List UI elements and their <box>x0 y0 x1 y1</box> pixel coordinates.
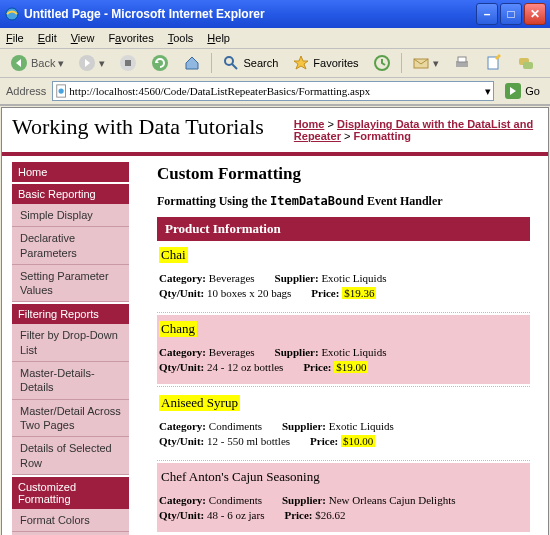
maximize-button[interactable]: □ <box>500 3 522 25</box>
svg-rect-11 <box>458 57 466 62</box>
star-icon <box>292 54 310 72</box>
address-bar: Address ▾ Go <box>0 78 550 106</box>
refresh-icon <box>151 54 169 72</box>
svg-point-6 <box>225 57 233 65</box>
back-label: Back <box>31 57 55 69</box>
divider <box>157 460 530 461</box>
stop-icon <box>119 54 137 72</box>
svg-line-7 <box>232 64 237 69</box>
favorites-button[interactable]: Favorites <box>288 52 362 74</box>
product-name: Chef Anton's Cajun Seasoning <box>159 469 322 485</box>
search-label: Search <box>243 57 278 69</box>
address-box[interactable]: ▾ <box>52 81 494 101</box>
svg-rect-14 <box>523 62 533 69</box>
home-button[interactable] <box>179 52 205 74</box>
section-title: Product Information <box>157 217 530 241</box>
refresh-button[interactable] <box>147 52 173 74</box>
toolbar-separator <box>211 53 212 73</box>
menu-view[interactable]: View <box>71 32 95 44</box>
toolbar-separator <box>401 53 402 73</box>
mail-button[interactable]: ▾ <box>408 52 443 74</box>
go-button[interactable]: Go <box>500 81 544 101</box>
product-name: Chai <box>159 247 188 263</box>
svg-point-16 <box>59 88 64 93</box>
ie-icon <box>4 6 20 22</box>
svg-rect-4 <box>125 60 131 66</box>
mail-icon <box>412 54 430 72</box>
sidebar-item[interactable]: Filter by Drop-Down List <box>12 324 129 362</box>
chevron-down-icon: ▾ <box>433 57 439 70</box>
address-input[interactable] <box>69 85 485 97</box>
product-meta-row: Category: CondimentsSupplier: Exotic Liq… <box>159 420 528 432</box>
home-icon <box>183 54 201 72</box>
back-icon <box>10 54 28 72</box>
breadcrumb-home[interactable]: Home <box>294 118 325 130</box>
sidebar-category[interactable]: Filtering Reports <box>12 304 129 324</box>
sidebar-item[interactable]: Format Colors <box>12 509 129 532</box>
sidebar-item[interactable]: Details of Selected Row <box>12 437 129 475</box>
breadcrumb: Home > Displaying Data with the DataList… <box>264 114 538 142</box>
product-item: ChangCategory: BeveragesSupplier: Exotic… <box>157 315 530 384</box>
sidebar-category[interactable]: Basic Reporting <box>12 184 129 204</box>
print-button[interactable] <box>449 52 475 74</box>
sidebar-category[interactable]: Home <box>12 162 129 182</box>
menu-favorites[interactable]: Favorites <box>108 32 153 44</box>
menu-edit[interactable]: Edit <box>38 32 57 44</box>
sidebar: HomeBasic ReportingSimple DisplayDeclara… <box>2 156 137 535</box>
window-title: Untitled Page - Microsoft Internet Explo… <box>24 7 476 21</box>
product-meta-row: Category: BeveragesSupplier: Exotic Liqu… <box>159 346 528 358</box>
sidebar-item[interactable]: Setting Parameter Values <box>12 265 129 303</box>
divider <box>157 312 530 313</box>
menu-help[interactable]: Help <box>207 32 230 44</box>
forward-icon <box>78 54 96 72</box>
page-icon <box>55 84 69 98</box>
chevron-down-icon: ▾ <box>58 57 64 70</box>
page-heading: Custom Formatting <box>157 164 530 184</box>
page-header: Working with Data Tutorials Home > Displ… <box>2 108 548 156</box>
minimize-button[interactable]: – <box>476 3 498 25</box>
stop-button[interactable] <box>115 52 141 74</box>
chevron-down-icon[interactable]: ▾ <box>485 85 491 98</box>
product-price-row: Qty/Unit: 48 - 6 oz jarsPrice: $26.62 <box>159 509 528 521</box>
breadcrumb-current: Formatting <box>353 130 410 142</box>
product-name: Chang <box>159 321 197 337</box>
search-button[interactable]: Search <box>218 52 282 74</box>
go-icon <box>504 82 522 100</box>
sidebar-category[interactable]: Customized Formatting <box>12 477 129 509</box>
product-item: Chef Anton's Cajun SeasoningCategory: Co… <box>157 463 530 532</box>
address-label: Address <box>6 85 46 97</box>
sidebar-item[interactable]: Declarative Parameters <box>12 227 129 265</box>
site-title: Working with Data Tutorials <box>12 114 264 140</box>
product-name: Aniseed Syrup <box>159 395 240 411</box>
sidebar-item[interactable]: Master/Detail Across Two Pages <box>12 400 129 438</box>
main-content: Custom Formatting Formatting Using the I… <box>137 156 548 535</box>
sidebar-item[interactable]: Simple Display <box>12 204 129 227</box>
chevron-down-icon: ▾ <box>99 57 105 70</box>
divider <box>157 386 530 387</box>
go-label: Go <box>525 85 540 97</box>
product-item: Aniseed SyrupCategory: CondimentsSupplie… <box>157 389 530 458</box>
history-icon <box>373 54 391 72</box>
product-price-row: Qty/Unit: 10 boxes x 20 bagsPrice: $19.3… <box>159 287 528 299</box>
product-meta-row: Category: CondimentsSupplier: New Orlean… <box>159 494 528 506</box>
menu-bar: File Edit View Favorites Tools Help <box>0 28 550 49</box>
close-button[interactable]: ✕ <box>524 3 546 25</box>
product-item: ChaiCategory: BeveragesSupplier: Exotic … <box>157 241 530 310</box>
browser-viewport: Working with Data Tutorials Home > Displ… <box>1 107 549 535</box>
print-icon <box>453 54 471 72</box>
forward-button[interactable]: ▾ <box>74 52 109 74</box>
discuss-button[interactable] <box>513 52 539 74</box>
back-button[interactable]: Back ▾ <box>6 52 68 74</box>
sidebar-item[interactable]: Master-Details-Details <box>12 362 129 400</box>
search-icon <box>222 54 240 72</box>
product-price-row: Qty/Unit: 24 - 12 oz bottlesPrice: $19.0… <box>159 361 528 373</box>
menu-tools[interactable]: Tools <box>168 32 194 44</box>
page-subheading: Formatting Using the ItemDataBound Event… <box>157 194 530 209</box>
discuss-icon <box>517 54 535 72</box>
svg-point-5 <box>152 55 168 71</box>
product-meta-row: Category: BeveragesSupplier: Exotic Liqu… <box>159 272 528 284</box>
history-button[interactable] <box>369 52 395 74</box>
menu-file[interactable]: File <box>6 32 24 44</box>
edit-button[interactable] <box>481 52 507 74</box>
product-price-row: Qty/Unit: 12 - 550 ml bottlesPrice: $10.… <box>159 435 528 447</box>
